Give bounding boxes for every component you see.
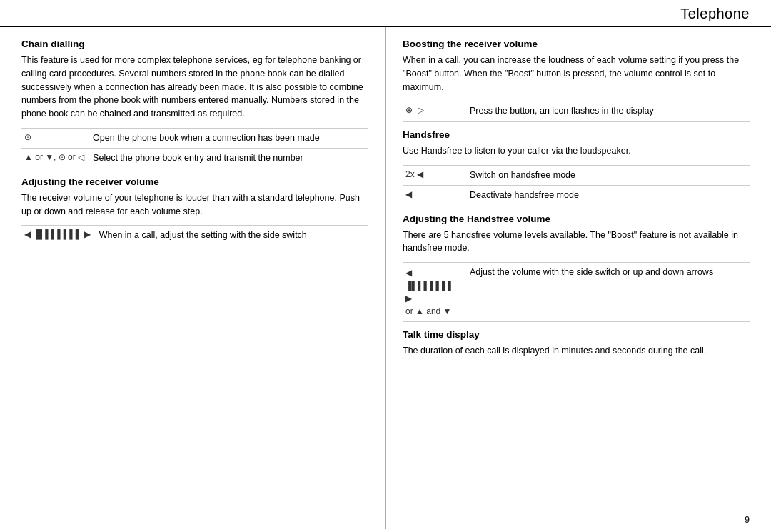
chain-dialling-body: This feature is used for more complex te… — [21, 54, 368, 121]
handsfree-heading: Handsfree — [403, 129, 750, 140]
handsfree-vol-icon-1: ◀ ▐▌▌▌▌▌▌▌ ▶ or ▲ and ▼ — [403, 263, 467, 322]
adjusting-handsfree-body: There are 5 handsfree volume levels avai… — [403, 229, 750, 256]
receiver-desc-1: When in a call, adjust the setting with … — [96, 226, 368, 246]
adjusting-handsfree-heading: Adjusting the Handsfree volume — [403, 214, 750, 224]
chain-icon-2: ▲ or ▼, ⊙ or ◁ — [21, 149, 90, 169]
boosting-icon-1: ⊕ ▷ — [403, 101, 467, 122]
boosting-heading: Boosting the receiver volume — [403, 39, 750, 49]
table-row: ◀ ▐▌▌▌▌▌▌▌ ▶ or ▲ and ▼ Adjust the volum… — [403, 263, 750, 322]
handsfree-vol-desc-1: Adjust the volume with the side switch o… — [467, 263, 750, 322]
receiver-entries-table: ◀ ▐▌▌▌▌▌▌▌ ▶ When in a call, adjust the … — [21, 225, 368, 246]
handsfree-body: Use Handsfree to listen to your caller v… — [403, 144, 750, 158]
table-row: ⊙ Open the phone book when a connection … — [21, 128, 368, 149]
content-area: Chain dialling This feature is used for … — [0, 27, 771, 529]
handsfree-desc-2: Deactivate handsfree mode — [467, 186, 750, 206]
chain-desc-1: Open the phone book when a connection ha… — [90, 128, 368, 149]
table-row: ⊕ ▷ Press the button, an icon flashes in… — [403, 101, 750, 122]
handsfree-icon-2: ◀ — [403, 186, 467, 206]
handsfree-vol-table: ◀ ▐▌▌▌▌▌▌▌ ▶ or ▲ and ▼ Adjust the volum… — [403, 262, 750, 322]
talk-time-heading: Talk time display — [403, 329, 750, 340]
adjusting-receiver-body: The receiver volume of your telephone is… — [21, 191, 368, 219]
page-title: Telephone — [680, 6, 750, 22]
boosting-desc-1: Press the button, an icon flashes in the… — [467, 101, 750, 122]
talk-time-body: The duration of each call is displayed i… — [403, 344, 750, 358]
page-container: Telephone Chain dialling This feature is… — [0, 0, 771, 532]
handsfree-entries-table: 2x ◀ Switch on handsfree mode ◀ Deactiva… — [403, 165, 750, 206]
chain-dialling-heading: Chain dialling — [21, 39, 368, 49]
chain-desc-2: Select the phone book entry and transmit… — [90, 149, 368, 169]
page-header: Telephone — [0, 0, 771, 27]
receiver-icon-1: ◀ ▐▌▌▌▌▌▌▌ ▶ — [21, 226, 96, 246]
adjusting-receiver-heading: Adjusting the receiver volume — [21, 176, 368, 187]
table-row: ◀ ▐▌▌▌▌▌▌▌ ▶ When in a call, adjust the … — [21, 226, 368, 246]
chain-entries-table: ⊙ Open the phone book when a connection … — [21, 128, 368, 169]
boosting-entries-table: ⊕ ▷ Press the button, an icon flashes in… — [403, 101, 750, 122]
handsfree-desc-1: Switch on handsfree mode — [467, 165, 750, 186]
table-row: ◀ Deactivate handsfree mode — [403, 186, 750, 206]
boosting-body: When in a call, you can increase the lou… — [403, 54, 750, 94]
left-column: Chain dialling This feature is used for … — [0, 27, 386, 529]
right-column: Boosting the receiver volume When in a c… — [386, 27, 771, 529]
page-number: 9 — [745, 515, 750, 525]
handsfree-icon-1: 2x ◀ — [403, 165, 467, 186]
table-row: 2x ◀ Switch on handsfree mode — [403, 165, 750, 186]
table-row: ▲ or ▼, ⊙ or ◁ Select the phone book ent… — [21, 149, 368, 169]
chain-icon-1: ⊙ — [21, 128, 90, 149]
